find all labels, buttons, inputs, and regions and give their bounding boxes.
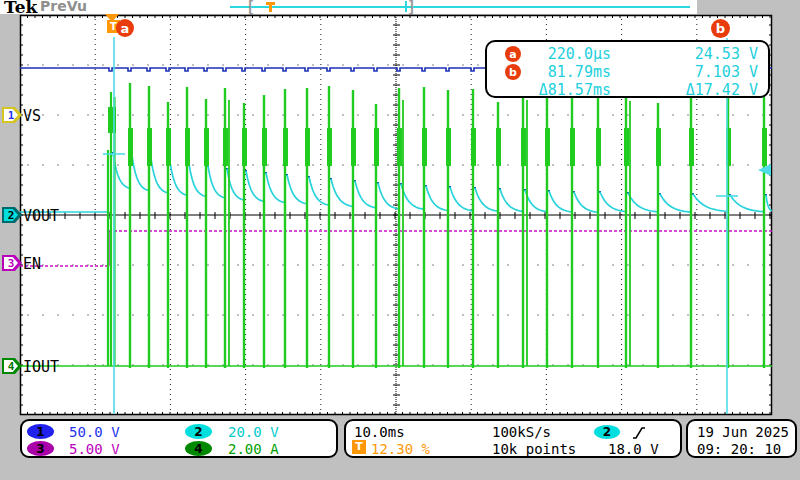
time-value: 09: 20: 10 — [697, 441, 781, 457]
record-length: 10k points — [492, 441, 576, 457]
channel-2-scale-badge: 2 — [185, 424, 212, 439]
channel-2-scale: 20.0 V — [228, 424, 279, 440]
datetime-box: 19 Jun 2025 09: 20: 10 — [686, 419, 797, 458]
channel-1-scale-badge: 1 — [27, 424, 54, 439]
channel-1-scale: 50.0 V — [69, 424, 120, 440]
cursor-b-marker: b — [711, 19, 730, 38]
cursor-delta-time: Δ81.57ms — [521, 81, 611, 99]
channel-2-label: VOUT — [23, 207, 59, 223]
channel-scales-box: 1 50.0 V 2 20.0 V 3 5.00 V 4 2.00 A — [20, 419, 338, 458]
channel-2-badge: 2 — [2, 207, 22, 223]
timebase-value: 10.0ms — [354, 424, 405, 440]
trigger-t-badge: T — [352, 440, 366, 454]
trigger-source-badge: 2 — [594, 425, 620, 439]
cursor-a-readout-badge: a — [505, 46, 521, 62]
channel-3-badge: 3 — [2, 255, 22, 271]
date-value: 19 Jun — [697, 424, 748, 440]
channel-4-badge: 4 — [2, 358, 22, 374]
cursor-a-voltage: 24.53 V — [611, 45, 768, 63]
cursor-readout-box: a 220.0µs 24.53 V b 81.79ms 7.103 V Δ81.… — [485, 40, 770, 98]
cursor-b-voltage: 7.103 V — [611, 63, 768, 81]
sample-rate: 100kS/s — [492, 424, 551, 440]
cursor-a-marker: a — [116, 19, 134, 37]
trigger-level-value: 18.0 V — [608, 441, 659, 457]
channel-3-label: EN — [23, 255, 41, 271]
cursor-b-readout-badge: b — [505, 64, 521, 80]
channel-1-label: VS — [23, 107, 41, 123]
cursor-b-time: 81.79ms — [521, 63, 611, 81]
timebase-trigger-box: 10.0ms 100kS/s 2 T 12.30 % 10k points 18… — [344, 419, 682, 458]
oscilloscope-screen: Tek PreVu [ ] T a b 1 VS 2 VOUT 3 EN 4 I… — [0, 0, 800, 480]
channel-3-scale-badge: 3 — [27, 441, 54, 456]
channel-4-scale: 2.00 A — [228, 441, 279, 457]
channel-4-scale-badge: 4 — [185, 441, 212, 456]
channel-3-scale: 5.00 V — [69, 441, 120, 457]
trigger-slope-icon — [632, 426, 646, 440]
channel-1-badge: 1 — [2, 107, 22, 123]
year-value: 2025 — [755, 424, 789, 440]
channel-4-label: IOUT — [23, 358, 59, 374]
cursor-a-time: 220.0µs — [521, 45, 611, 63]
cursor-delta-voltage: Δ17.42 V — [611, 81, 768, 99]
trigger-position-value: 12.30 % — [371, 441, 430, 457]
